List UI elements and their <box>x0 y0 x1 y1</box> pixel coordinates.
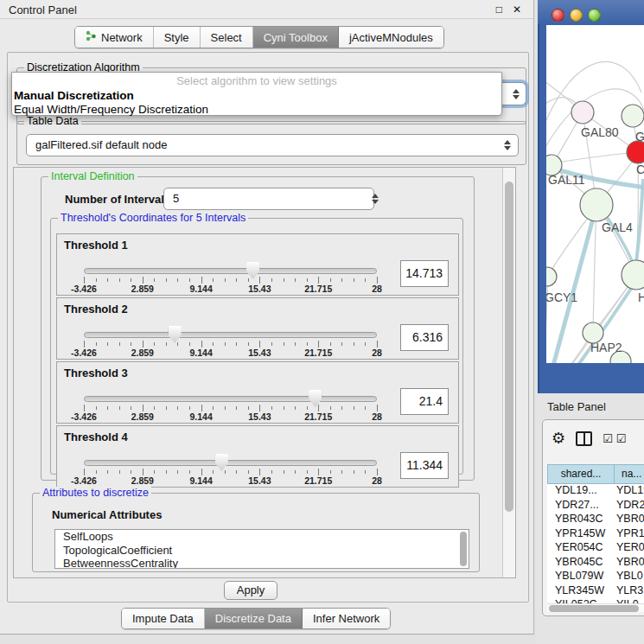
table-row[interactable]: YBL079WYBL0 <box>547 570 644 584</box>
node-label-ga: GA <box>635 130 644 143</box>
checkbox-icon[interactable]: ☑ <box>603 432 614 445</box>
node-label-gal11: GAL11 <box>548 173 585 187</box>
tab-discretize-data[interactable]: Discretize Data <box>205 609 303 628</box>
table-row[interactable]: YER054CYER0 <box>547 541 644 556</box>
column-header-name[interactable]: na... <box>615 464 644 484</box>
tab-label: Discretize Data <box>215 612 291 625</box>
attributes-scrollbar[interactable] <box>459 531 468 567</box>
cell-name: YER0 <box>609 541 644 556</box>
popup-item-1[interactable]: Manual Discretization <box>14 89 494 103</box>
node-label-gal80: GAL80 <box>581 125 619 139</box>
tab-label: jActiveMNodules <box>349 31 433 44</box>
slider-tick-labels: -3.4262.8599.14415.4321.71528 <box>84 284 377 294</box>
split-columns-icon[interactable] <box>576 431 592 446</box>
column-header-shared-name[interactable]: shared... <box>547 464 615 484</box>
threshold-label: Threshold 4 <box>64 430 128 443</box>
threshold-value-field[interactable]: 14.713 <box>400 260 449 287</box>
close-traffic-light-icon[interactable] <box>552 9 564 22</box>
threshold-value-field[interactable]: 21.4 <box>400 388 449 415</box>
tab-style[interactable]: Style <box>154 27 201 48</box>
cell-shared-name: YBR043C <box>547 513 609 527</box>
horizontal-scrollbar[interactable] <box>547 603 644 612</box>
cell-name: YBR0 <box>609 556 644 571</box>
threshold-value-field[interactable]: 6.316 <box>400 324 449 351</box>
GAL80-node[interactable] <box>571 101 594 124</box>
network-edge[interactable] <box>593 207 596 331</box>
node-label-gcy1: GCY1 <box>546 290 577 304</box>
close-icon[interactable]: ✕ <box>513 3 521 16</box>
control-panel: Control Panel □ ✕ NetworkStyleSelectCyni… <box>0 0 534 634</box>
red-node[interactable] <box>627 141 644 163</box>
slider-tick-labels: -3.4262.8599.14415.4321.71528 <box>84 411 377 422</box>
table-row[interactable]: YBR043CYBR0 <box>547 513 644 527</box>
table-row[interactable]: YLR345WYLR3 <box>547 584 644 599</box>
num-intervals-label: Number of Intervals <box>65 193 170 206</box>
GCY1-node[interactable] <box>546 267 557 286</box>
attribute-list-item[interactable]: SelfLoops <box>55 530 469 544</box>
network-window-titlebar <box>538 0 644 24</box>
tab-select[interactable]: Select <box>201 27 253 48</box>
gear-icon[interactable]: ⚙ <box>552 430 565 447</box>
table-data-group: Table Data galFiltered.sif default node <box>16 121 526 165</box>
table-row[interactable]: YBR045CYBR0 <box>547 556 644 571</box>
threshold-value-field[interactable]: 11.344 <box>400 452 449 479</box>
node-label-c: C <box>636 163 644 176</box>
tab-impute-data[interactable]: Impute Data <box>122 609 205 628</box>
network-canvas[interactable]: GAL80GACGAL11GAL4GCY1HHAP2 <box>546 25 644 363</box>
cell-name: YDR2 <box>609 499 644 513</box>
table-toolbar: ⚙ ☑ ☑ <box>552 427 627 450</box>
network-edge[interactable] <box>553 152 636 163</box>
combo-arrows-icon <box>513 89 520 99</box>
group-title: Table Data <box>24 115 81 128</box>
threshold-panel-3: Threshold 3-3.4262.8599.14415.4321.71528… <box>56 361 459 424</box>
node-label-gal4: GAL4 <box>602 220 633 234</box>
spinner-arrows-icon <box>372 194 379 204</box>
threshold-label: Threshold 2 <box>64 303 128 316</box>
apply-button[interactable]: Apply <box>224 581 277 600</box>
threshold-panel-4: Threshold 4-3.4262.8599.14415.4321.71528… <box>56 425 459 488</box>
zoom-traffic-light-icon[interactable] <box>588 9 601 22</box>
cell-shared-name: YPR145W <box>547 527 609 542</box>
threshold-slider-track[interactable] <box>84 268 377 274</box>
table-row[interactable]: YPR145WYPR1 <box>547 527 644 542</box>
cell-shared-name: YDR27... <box>547 499 609 513</box>
attribute-list-item[interactable]: BetweennessCentrality <box>55 557 469 569</box>
group-title: Attributes to discretize <box>40 487 151 500</box>
minimize-traffic-light-icon[interactable] <box>570 9 583 22</box>
network-graph[interactable]: GAL80GACGAL11GAL4GCY1HHAP2 <box>546 25 644 363</box>
table-data-combobox[interactable]: galFiltered.sif default node <box>26 134 519 156</box>
table-header-row: shared... na... <box>547 464 644 484</box>
slider-tick-labels: -3.4262.8599.14415.4321.71528 <box>84 475 377 486</box>
tab-label: Impute Data <box>132 612 194 625</box>
tab-infer-network[interactable]: Infer Network <box>303 609 390 628</box>
GAL4-node[interactable] <box>580 188 613 221</box>
threshold-panel-2: Threshold 2-3.4262.8599.14415.4321.71528… <box>56 297 459 360</box>
float-window-icon[interactable]: □ <box>496 3 502 16</box>
tab-network[interactable]: Network <box>75 27 154 48</box>
network-edge-highlighted[interactable] <box>636 179 643 262</box>
table-row[interactable]: YDR27...YDR2 <box>547 499 644 513</box>
cell-shared-name: YBL079W <box>547 570 609 584</box>
num-intervals-spinner[interactable]: 5 <box>163 188 374 210</box>
attributes-group: Attributes to discretize Numerical Attri… <box>32 493 480 572</box>
threshold-slider-track[interactable] <box>84 460 377 466</box>
node-partial-right[interactable] <box>622 105 644 127</box>
tab-jactivemnodules[interactable]: jActiveMNodules <box>339 27 443 48</box>
network-view-window[interactable]: GAL80GACGAL11GAL4GCY1HHAP2 <box>538 0 644 393</box>
attribute-list-item[interactable]: TopologicalCoefficient <box>55 544 469 558</box>
tab-cyni-toolbox[interactable]: Cyni Toolbox <box>253 27 339 48</box>
table-row[interactable]: YDL19...YDL19 <box>547 484 644 499</box>
cell-name: YLR3 <box>609 584 643 599</box>
threshold-panel-1: Threshold 1-3.4262.8599.14415.4321.71528… <box>56 233 459 296</box>
threshold-slider-track[interactable] <box>84 396 377 402</box>
attributes-list[interactable]: SelfLoopsTopologicalCoefficientBetweenne… <box>54 529 469 569</box>
cell-shared-name: YLR345W <box>547 584 609 599</box>
interval-definition-group: Interval Definition Number of Intervals … <box>41 176 475 481</box>
threshold-slider-track[interactable] <box>84 332 377 338</box>
settings-scroll-pane: Interval Definition Number of Intervals … <box>13 167 516 578</box>
table-panel-title: Table Panel <box>547 400 606 413</box>
vertical-scrollbar[interactable] <box>502 168 515 577</box>
checkbox-icon[interactable]: ☑ <box>616 432 628 445</box>
popup-item-2[interactable]: Equal Width/Frequency Discretization <box>14 103 494 117</box>
H-node[interactable] <box>622 260 644 290</box>
